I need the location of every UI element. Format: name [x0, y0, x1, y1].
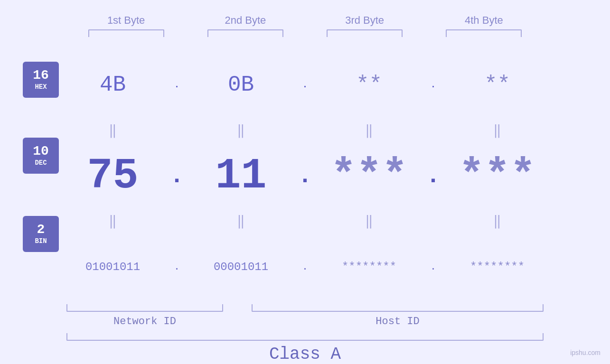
class-a-label: Class A	[269, 345, 341, 364]
dec-num: 10	[33, 145, 49, 158]
labels-row: Network ID Host ID	[0, 316, 610, 327]
host-id-label: Host ID	[252, 316, 544, 327]
bracket-1	[88, 29, 164, 37]
bracket-2	[207, 29, 283, 37]
eq-8: ‖	[455, 213, 540, 229]
network-id-label: Network ID	[66, 316, 223, 327]
bin-byte-1: 01001011	[70, 261, 156, 273]
watermark: ipshu.com	[570, 349, 601, 356]
dot-dec-1: .	[169, 164, 184, 188]
bracket-3	[327, 29, 403, 37]
eq-2: ‖	[198, 122, 284, 139]
dec-byte-1: 75	[70, 152, 156, 200]
byte-header-2: 2nd Byte	[198, 14, 293, 27]
dec-byte-2: 11	[198, 152, 284, 200]
hex-byte-3: **	[327, 73, 412, 97]
bottom-brackets	[0, 304, 610, 312]
dot-bin-2: .	[302, 261, 308, 272]
dot-dec-3: .	[426, 164, 440, 188]
eq-5: ‖	[70, 213, 156, 229]
bin-row: 01001011 . 00001011 . ******** . *******…	[0, 233, 610, 300]
hex-byte-1: 4B	[70, 73, 156, 97]
byte-headers: 1st Byte 2nd Byte 3rd Byte 4th Byte	[0, 14, 610, 27]
bin-byte-4: ********	[455, 261, 540, 273]
bin-name: BIN	[35, 237, 47, 245]
bin-num: 2	[37, 223, 45, 236]
bracket-4	[446, 29, 522, 37]
hex-num: 16	[33, 69, 49, 82]
eq-7: ‖	[327, 213, 412, 229]
class-bracket-row	[0, 333, 610, 341]
byte-header-4: 4th Byte	[436, 14, 531, 27]
dot-dec-2: .	[298, 164, 312, 188]
eq-4: ‖	[455, 122, 540, 139]
eq-1: ‖	[70, 122, 156, 139]
dec-name: DEC	[35, 159, 47, 167]
hex-byte-2: 0B	[198, 73, 284, 97]
hex-byte-4: **	[455, 73, 540, 97]
equals-row-2: ‖ ‖ ‖ ‖	[0, 209, 610, 233]
byte-header-3: 3rd Byte	[317, 14, 412, 27]
base-dec-label: 10 DEC	[23, 138, 59, 174]
dec-byte-4: ***	[455, 152, 540, 200]
base-hex-label: 16 HEX	[23, 62, 59, 98]
bracket-bottom-host	[252, 304, 544, 312]
dot-hex-1: .	[174, 79, 179, 90]
class-label-row: Class A	[0, 345, 610, 364]
eq-3: ‖	[327, 122, 412, 139]
bin-byte-3: ********	[327, 261, 412, 273]
bracket-bottom-network	[66, 304, 223, 312]
hex-row: 4B . 0B . ** . **	[0, 51, 610, 119]
top-brackets-row	[0, 29, 610, 37]
dot-hex-3: .	[430, 79, 436, 90]
main-container: 1st Byte 2nd Byte 3rd Byte 4th Byte 16 H…	[0, 0, 610, 364]
hex-name: HEX	[35, 83, 47, 91]
bin-byte-2: 00001011	[198, 261, 284, 273]
dot-bin-3: .	[430, 261, 436, 272]
class-bracket	[66, 333, 544, 341]
base-bin-label: 2 BIN	[23, 216, 59, 252]
dec-row: 75 . 11 . *** . ***	[0, 142, 610, 210]
dot-hex-2: .	[302, 79, 308, 90]
dec-byte-3: ***	[327, 152, 412, 200]
byte-header-1: 1st Byte	[79, 14, 174, 27]
eq-6: ‖	[198, 213, 284, 229]
equals-row-1: ‖ ‖ ‖ ‖	[0, 119, 610, 142]
dot-bin-1: .	[174, 261, 179, 272]
